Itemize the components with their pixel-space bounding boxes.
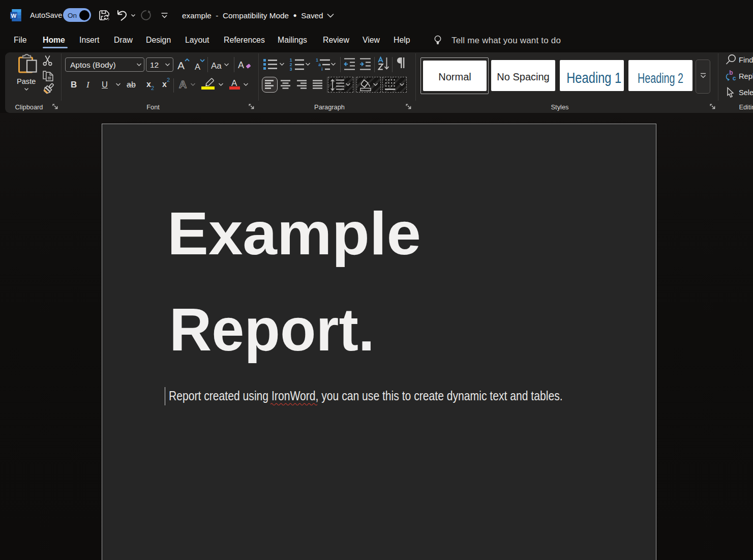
svg-text:c: c	[733, 75, 736, 81]
svg-text:i: i	[321, 67, 322, 71]
svg-text:W: W	[11, 13, 17, 19]
svg-text:3: 3	[290, 67, 292, 71]
svg-text:a: a	[318, 62, 321, 67]
svg-text:A: A	[179, 79, 187, 90]
